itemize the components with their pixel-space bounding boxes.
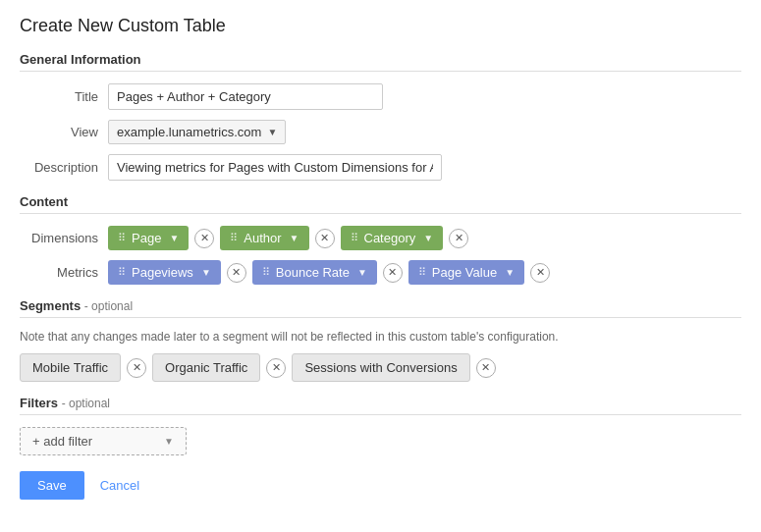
view-value: example.lunametrics.com	[117, 125, 261, 139]
dots-icon-2: ⠿	[230, 232, 238, 244]
segments-section-title: Segments - optional	[20, 298, 741, 318]
form-actions: Save Cancel	[20, 471, 741, 500]
dimension-category-arrow: ▼	[423, 233, 433, 243]
dimensions-chips: ⠿ Page ▼ ✕ ⠿ Author ▼ ✕ ⠿ Category ▼ ✕	[108, 226, 468, 250]
metric-bouncerate-arrow: ▼	[357, 267, 367, 278]
filters-label: Filters	[20, 396, 58, 410]
metric-chip-pagevalue[interactable]: ⠿ Page Value ▼	[408, 260, 524, 285]
metrics-chips: ⠿ Pageviews ▼ ✕ ⠿ Bounce Rate ▼ ✕ ⠿ Page…	[108, 260, 550, 285]
segments-optional: - optional	[84, 299, 133, 313]
dimension-author-arrow: ▼	[290, 233, 299, 243]
dimension-category-label: Category	[364, 231, 416, 245]
view-dropdown-arrow: ▼	[267, 127, 277, 137]
dots-icon-6: ⠿	[418, 266, 426, 279]
metrics-label: Metrics	[20, 265, 108, 280]
add-filter-button[interactable]: + add filter ▼	[20, 427, 187, 455]
dimensions-label: Dimensions	[20, 231, 108, 245]
segments-label: Segments	[20, 298, 81, 313]
segment-mobile-label: Mobile Traffic	[32, 360, 108, 375]
title-label: Title	[20, 89, 108, 104]
segment-chip-sessions[interactable]: Sessions with Conversions	[292, 353, 469, 382]
dimension-chip-author[interactable]: ⠿ Author ▼	[220, 226, 308, 250]
metric-bouncerate-label: Bounce Rate	[276, 265, 350, 280]
page-title: Create New Custom Table	[20, 16, 741, 36]
segments-note: Note that any changes made later to a se…	[20, 330, 741, 344]
metric-pagevalue-arrow: ▼	[505, 267, 515, 278]
dimension-page-arrow: ▼	[169, 233, 179, 243]
description-label: Description	[20, 160, 108, 175]
metric-pageviews-remove[interactable]: ✕	[227, 263, 246, 283]
title-input[interactable]	[108, 83, 383, 110]
dots-icon: ⠿	[118, 232, 126, 244]
filter-dropdown-arrow: ▼	[164, 436, 174, 447]
segments-chips-row: Mobile Traffic ✕ Organic Traffic ✕ Sessi…	[20, 353, 741, 382]
dimension-page-remove[interactable]: ✕	[194, 229, 214, 248]
content-section-title: Content	[20, 194, 741, 214]
general-section-title: General Information	[20, 52, 741, 72]
segment-sessions-remove[interactable]: ✕	[476, 358, 496, 378]
dots-icon-5: ⠿	[262, 266, 270, 279]
view-select[interactable]: example.lunametrics.com ▼	[108, 120, 286, 144]
metric-pageviews-label: Pageviews	[132, 265, 193, 280]
cancel-button[interactable]: Cancel	[96, 471, 143, 500]
metric-pagevalue-label: Page Value	[432, 265, 497, 280]
metric-chip-pageviews[interactable]: ⠿ Pageviews ▼	[108, 260, 221, 285]
segment-sessions-label: Sessions with Conversions	[304, 360, 457, 375]
dimension-chip-page[interactable]: ⠿ Page ▼	[108, 226, 189, 250]
segment-organic-label: Organic Traffic	[165, 360, 247, 375]
segment-mobile-remove[interactable]: ✕	[127, 358, 146, 378]
dots-icon-3: ⠿	[351, 232, 358, 244]
dimension-chip-category[interactable]: ⠿ Category ▼	[341, 226, 444, 250]
filters-section-title: Filters - optional	[20, 396, 741, 415]
add-filter-label: + add filter	[32, 434, 92, 449]
segment-chip-mobile[interactable]: Mobile Traffic	[20, 353, 121, 382]
description-input[interactable]	[108, 154, 442, 181]
dimension-page-label: Page	[132, 231, 161, 245]
dots-icon-4: ⠿	[118, 266, 126, 279]
dimension-author-label: Author	[244, 231, 281, 245]
metric-chip-bouncerate[interactable]: ⠿ Bounce Rate ▼	[252, 260, 377, 285]
metric-pagevalue-remove[interactable]: ✕	[530, 263, 550, 283]
metric-pageviews-arrow: ▼	[201, 267, 211, 278]
segment-chip-organic[interactable]: Organic Traffic	[152, 353, 260, 382]
segment-organic-remove[interactable]: ✕	[266, 358, 286, 378]
view-label: View	[20, 125, 108, 139]
filters-optional: - optional	[62, 397, 110, 410]
save-button[interactable]: Save	[20, 471, 84, 500]
dimension-category-remove[interactable]: ✕	[449, 229, 468, 248]
metric-bouncerate-remove[interactable]: ✕	[383, 263, 403, 283]
dimension-author-remove[interactable]: ✕	[315, 229, 335, 248]
